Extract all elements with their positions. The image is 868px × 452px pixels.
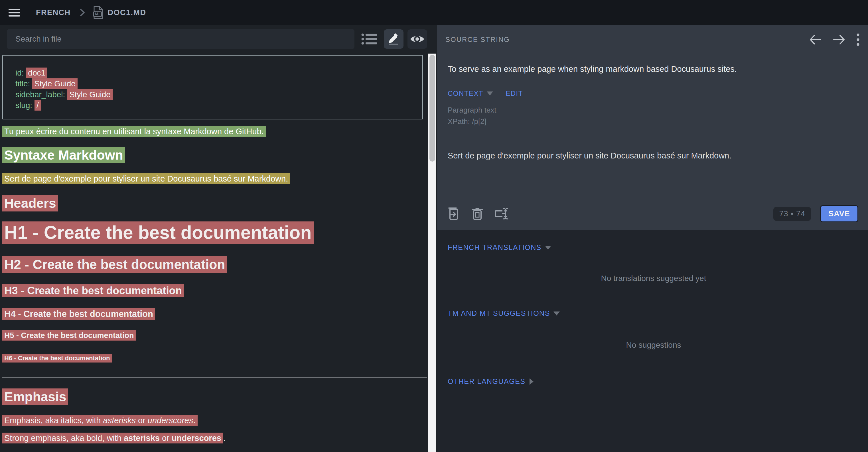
translation-toolbar: 73 • 74 SAVE — [445, 205, 860, 230]
frontmatter-value[interactable]: Style Guide — [67, 89, 113, 100]
markdown-file-icon: M↓ — [93, 6, 103, 20]
context-type: Paragraph text — [448, 104, 860, 116]
breadcrumb-chevron-icon — [79, 8, 86, 17]
next-string-button[interactable] — [833, 34, 846, 45]
string-h6[interactable]: H6 - Create the best documentation — [2, 355, 428, 362]
copy-source-icon — [448, 207, 461, 221]
caret-down-icon — [554, 312, 560, 316]
string-intro-paragraph[interactable]: Tu peux écrire du contenu en utilisant l… — [2, 127, 428, 136]
string-h2-emphasis[interactable]: Emphasis — [2, 389, 428, 405]
search-input[interactable] — [7, 29, 354, 49]
string-emphasis-paragraph[interactable]: Emphasis, aka italics, with asterisks or… — [2, 416, 428, 425]
frontmatter-block: id: doc1 title: Style Guide sidebar_labe… — [2, 55, 423, 120]
source-string-text: To serve as an example page when styling… — [445, 64, 860, 74]
markdown-badge: M↓ — [93, 11, 102, 17]
string-h5[interactable]: H5 - Create the best documentation — [2, 331, 428, 340]
frontmatter-value[interactable]: Style Guide — [32, 78, 78, 89]
eye-icon — [410, 34, 425, 44]
edit-context-button[interactable]: EDIT — [505, 90, 523, 97]
arrow-left-icon — [809, 34, 822, 45]
text-cursor-icon — [494, 207, 508, 221]
character-counter: 73 • 74 — [773, 207, 811, 221]
delete-icon — [472, 207, 483, 221]
translation-editor: FRENCH M↓ DOC1.MD — [0, 0, 868, 452]
breadcrumb-file[interactable]: DOC1.MD — [108, 8, 146, 17]
frontmatter-value[interactable]: doc1 — [26, 68, 47, 78]
frontmatter-line: sidebar_label: Style Guide — [16, 89, 416, 100]
document-preview-panel: id: doc1 title: Style Guide sidebar_labe… — [0, 25, 437, 452]
topbar: FRENCH M↓ DOC1.MD — [0, 0, 868, 25]
string-h1[interactable]: H1 - Create the best documentation — [2, 222, 428, 243]
translation-panel: SOURCE STRING To serve as an example pag… — [437, 25, 868, 452]
suggestions-section: FRENCH TRANSLATIONS No translations sugg… — [437, 230, 868, 386]
frontmatter-line: slug: / — [16, 100, 416, 111]
previous-string-button[interactable] — [809, 34, 822, 45]
strings-list-button[interactable] — [360, 29, 379, 49]
no-suggestions-message: No suggestions — [448, 318, 860, 373]
kebab-menu-icon — [857, 33, 860, 46]
delete-translation-button[interactable] — [472, 207, 483, 221]
select-text-button[interactable] — [494, 207, 508, 221]
context-dropdown[interactable]: CONTEXT — [448, 90, 483, 97]
caret-down-icon — [487, 92, 493, 95]
copy-source-button[interactable] — [448, 207, 461, 221]
document-content: id: doc1 title: Style Guide sidebar_labe… — [0, 55, 428, 443]
document-scrollbar-thumb[interactable] — [429, 55, 435, 162]
highlight-mode-button[interactable] — [384, 29, 403, 49]
string-strong-paragraph[interactable]: Strong emphasis, aka bold, with asterisk… — [2, 433, 428, 443]
other-languages-toggle[interactable]: OTHER LANGUAGES — [448, 377, 526, 386]
string-h3[interactable]: H3 - Create the best documentation — [2, 285, 428, 297]
string-h2-headers[interactable]: Headers — [2, 195, 428, 211]
pencil-icon — [387, 33, 400, 45]
arrow-right-icon — [833, 34, 846, 45]
no-translations-message: No translations suggested yet — [448, 252, 860, 305]
horizontal-rule — [2, 377, 427, 378]
caret-down-icon — [545, 246, 551, 250]
frontmatter-value[interactable]: / — [34, 100, 41, 110]
string-h2-syntaxe[interactable]: Syntaxe Markdown — [2, 147, 428, 163]
preview-toggle-button[interactable] — [407, 29, 427, 49]
document-scrollbar-track[interactable] — [428, 54, 436, 452]
string-h2[interactable]: H2 - Create the best documentation — [2, 257, 428, 272]
french-translations-toggle[interactable]: FRENCH TRANSLATIONS — [448, 244, 541, 252]
source-string-title: SOURCE STRING — [445, 36, 510, 43]
source-string-card: SOURCE STRING To serve as an example pag… — [437, 25, 868, 230]
translation-input[interactable]: Sert de page d'exemple pour styliser un … — [445, 151, 860, 205]
string-options-menu-button[interactable] — [857, 33, 860, 46]
save-button[interactable]: SAVE — [820, 205, 858, 222]
string-h4[interactable]: H4 - Create the best documentation — [2, 309, 428, 319]
breadcrumb-project[interactable]: FRENCH — [36, 8, 71, 17]
string-selected-paragraph[interactable]: Sert de page d'exemple pour styliser un … — [2, 174, 428, 184]
frontmatter-line: title: Style Guide — [16, 78, 416, 89]
markdown-syntax-link[interactable]: la syntaxe Markdown de GitHub — [144, 127, 261, 136]
search-row — [0, 25, 437, 49]
caret-right-icon — [529, 379, 533, 385]
tm-mt-suggestions-toggle[interactable]: TM AND MT SUGGESTIONS — [448, 309, 550, 318]
context-xpath: XPath: /p[2] — [448, 116, 860, 127]
card-divider — [437, 140, 868, 140]
frontmatter-line: id: doc1 — [16, 68, 416, 78]
hamburger-menu-icon[interactable] — [8, 7, 20, 18]
